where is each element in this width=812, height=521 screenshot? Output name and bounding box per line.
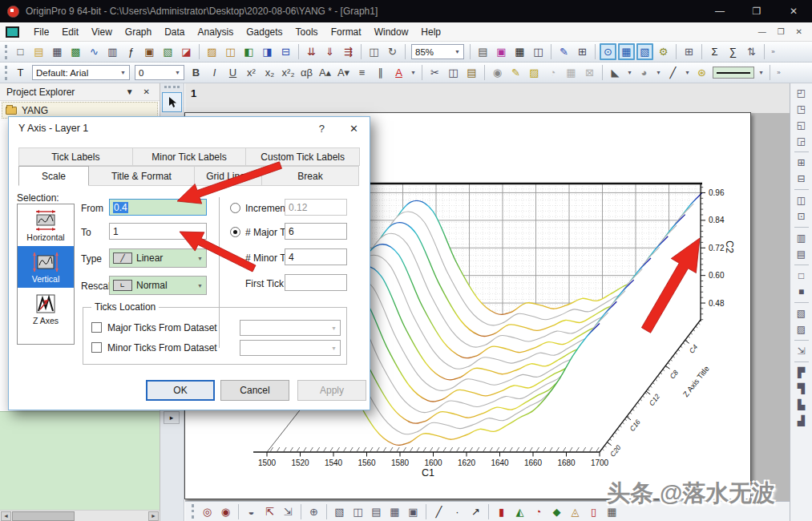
theme-organizer-icon[interactable]: ◉ (489, 64, 506, 81)
add-column-icon[interactable]: ⊞ (681, 43, 697, 60)
major-ticks-radio[interactable] (230, 227, 240, 237)
candle-plot-icon[interactable]: ▯ (585, 503, 602, 520)
selection-item-horizontal[interactable]: Horizontal (18, 204, 74, 246)
project-contents-pane[interactable] (0, 411, 160, 510)
column-plot-icon[interactable]: ▮ (493, 503, 510, 520)
selection-item-z-axes[interactable]: Z Axes (18, 288, 74, 329)
layer-1-badge[interactable]: 1 (191, 87, 196, 99)
from-input[interactable]: 0.4 (109, 199, 207, 216)
same-height-icon[interactable]: ⊡ (793, 208, 810, 224)
layer-tree-icon[interactable]: ⊞ (574, 43, 591, 60)
line-color-swatch-icon[interactable] (713, 67, 754, 79)
maximize-button[interactable]: ❐ (738, 0, 775, 22)
apply-format-icon[interactable]: ▦ (563, 64, 580, 81)
pattern-icon[interactable]: ◕ (636, 64, 652, 81)
zoom-panel-icon[interactable]: ⊕ (305, 503, 322, 520)
menu-file[interactable]: File (27, 23, 55, 41)
font-name-dropdown[interactable]: Default: Arial▼ (32, 65, 130, 80)
add-text-icon[interactable]: ▣ (405, 503, 422, 520)
menu-tools[interactable]: Tools (289, 23, 325, 41)
italic-icon[interactable]: I (206, 64, 223, 81)
menu-graph[interactable]: Graph (119, 23, 158, 41)
selection-item-vertical[interactable]: Vertical (18, 246, 74, 288)
rotate-tool-icon[interactable]: ⇲ (793, 343, 810, 359)
view-script-icon[interactable]: ▧ (636, 43, 653, 60)
open-theme-icon[interactable]: ▨ (526, 64, 543, 81)
pie-plot-icon[interactable]: ◔ (530, 503, 547, 520)
new-matrix-icon[interactable]: ▥ (104, 43, 121, 60)
same-width-icon[interactable]: ◫ (793, 192, 810, 208)
new-folder-icon[interactable]: ▤ (30, 43, 47, 60)
line-style-arrow-icon[interactable]: ▾ (683, 64, 692, 81)
menu-data[interactable]: Data (158, 23, 191, 41)
toolbar-overflow-icon[interactable]: » (774, 64, 783, 81)
presentation-icon[interactable]: ▣ (493, 43, 510, 60)
view-datasheet-icon[interactable]: ▦ (618, 43, 635, 60)
line-color-arrow-icon[interactable]: ▾ (757, 64, 766, 81)
new-layout-icon[interactable]: ▣ (141, 43, 158, 60)
glow-icon[interactable]: ⊛ (693, 64, 710, 81)
front-object-icon[interactable]: ▥ (793, 230, 810, 246)
font-color-icon[interactable]: A (390, 64, 407, 81)
zoom-level-dropdown[interactable]: 85%▼ (411, 44, 464, 59)
menu-help[interactable]: Help (414, 23, 447, 41)
open-template-icon[interactable]: ◫ (222, 43, 239, 60)
new-function-icon[interactable]: ƒ (123, 43, 139, 60)
menu-gadgets[interactable]: Gadgets (240, 23, 289, 41)
font-color-arrow-icon[interactable]: ▾ (409, 64, 418, 81)
new-3d-graph-icon[interactable]: ◪ (178, 43, 195, 60)
arrow-tool-icon[interactable]: ↗ (467, 503, 484, 520)
ungroup-icon[interactable]: ▨ (793, 321, 810, 337)
mask-range-icon[interactable]: ◒ (243, 503, 260, 520)
toolbar-grip[interactable] (5, 66, 8, 80)
new-excel-icon[interactable]: ▩ (67, 43, 84, 60)
vertical-text-icon[interactable]: ∥ (372, 64, 389, 81)
tab-custom-tick-labels[interactable]: Custom Tick Labels (245, 147, 360, 166)
subscript-icon[interactable]: x₂ (261, 64, 278, 81)
mdi-minimize-button[interactable]: — (758, 27, 766, 36)
align-icon[interactable]: ≡ (353, 64, 370, 81)
tab-break[interactable]: Break (261, 166, 359, 186)
tab-title-format[interactable]: Title & Format (88, 166, 195, 186)
bold-icon[interactable]: B (188, 64, 204, 81)
extract-data-icon[interactable]: ◫ (349, 503, 366, 520)
type-dropdown[interactable]: ╱ Linear ▼ (109, 248, 207, 268)
horizontal-scrollbar[interactable]: ◄ ► (0, 510, 160, 521)
minor-from-dataset-checkbox[interactable] (91, 342, 102, 353)
increase-font-icon[interactable]: A▴ (317, 64, 333, 81)
font-size-dropdown[interactable]: 0▼ (135, 65, 184, 80)
scrollbar-thumb[interactable] (12, 511, 75, 521)
plot-setup-icon[interactable]: ▦ (386, 503, 403, 520)
cut-icon[interactable]: ✂ (426, 64, 443, 81)
major-ticks-input[interactable]: 6 (285, 223, 347, 240)
dialog-close-icon[interactable]: ✕ (349, 123, 358, 135)
new-graph-icon[interactable]: ∿ (86, 43, 103, 60)
scroll-left-icon[interactable]: ◄ (1, 511, 11, 521)
apply-button[interactable]: Apply (297, 380, 366, 401)
minor-dataset-dropdown[interactable]: ▼ (240, 340, 341, 356)
align-left-icon[interactable]: ◰ (793, 85, 810, 101)
distribute-h-icon[interactable]: ⊞ (793, 155, 810, 171)
mdi-restore-button[interactable]: ❐ (778, 27, 785, 36)
minor-ticks-input[interactable]: 4 (285, 248, 347, 265)
mask-points-icon[interactable]: ◎ (199, 503, 216, 520)
mdi-close-button[interactable]: ✕ (796, 27, 802, 36)
toolbar-grip[interactable] (192, 504, 195, 519)
project-explorer-view-icon[interactable]: ⊙ (600, 43, 616, 60)
sort-icon[interactable]: ⇅ (743, 43, 760, 60)
layer-bl-icon[interactable]: ▙ (793, 397, 810, 413)
fill-color-arrow-icon[interactable]: ▾ (625, 64, 634, 81)
clear-format-icon[interactable]: ⊠ (581, 64, 598, 81)
back-layer-icon[interactable]: ■ (793, 284, 810, 300)
point-tool-icon[interactable]: · (449, 503, 466, 520)
new-workbook-icon[interactable]: ▦ (49, 43, 66, 60)
refresh-icon[interactable]: ↻ (384, 43, 401, 60)
first-tick-input[interactable] (285, 274, 347, 291)
fill-color-icon[interactable]: ◣ (607, 64, 624, 81)
import-multiple-icon[interactable]: ⇶ (340, 43, 357, 60)
panel-close-icon[interactable]: ✕ (139, 87, 155, 96)
super-subscript-icon[interactable]: x²₂ (280, 64, 297, 81)
stock-plot-icon[interactable]: ◆ (548, 503, 565, 520)
panel-pin-icon[interactable]: ▼ (121, 87, 139, 96)
color-manager-icon[interactable]: ✎ (507, 64, 524, 81)
